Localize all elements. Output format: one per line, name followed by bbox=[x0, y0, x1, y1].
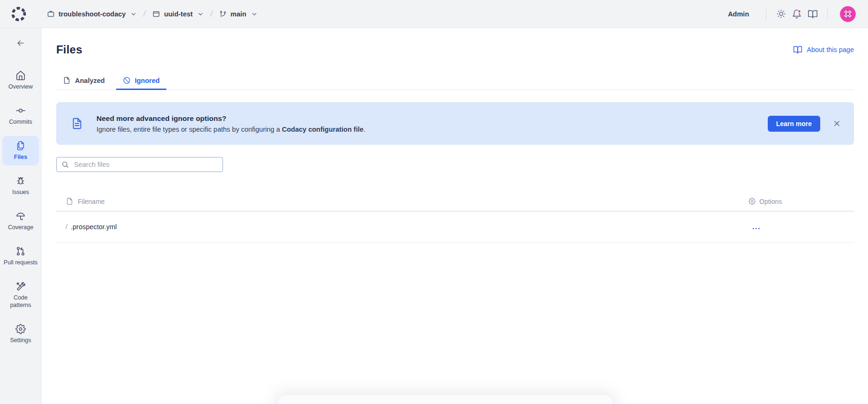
organization-icon bbox=[47, 10, 55, 18]
sidebar-item-label: Coverage bbox=[8, 224, 33, 231]
ignore-options-banner: Need more advanced ignore options? Ignor… bbox=[56, 102, 854, 145]
banner-text: Need more advanced ignore options? Ignor… bbox=[96, 114, 365, 133]
tab-label: Analyzed bbox=[75, 77, 105, 84]
admin-menu[interactable]: Admin bbox=[728, 10, 749, 18]
sidebar-item-coverage[interactable]: Coverage bbox=[2, 206, 39, 236]
chevron-down-icon bbox=[130, 11, 137, 17]
theme-toggle-icon[interactable] bbox=[773, 6, 789, 22]
column-header-options: Options bbox=[749, 198, 854, 205]
banner-description-prefix: Ignore files, entire file types or speci… bbox=[96, 126, 282, 133]
file-icon bbox=[66, 197, 74, 205]
umbrella-icon bbox=[15, 211, 26, 221]
git-branch-icon bbox=[219, 10, 227, 18]
tab-ignored[interactable]: Ignored bbox=[116, 72, 166, 90]
home-icon bbox=[15, 70, 26, 81]
topbar-right: Admin bbox=[728, 6, 868, 22]
repository-name: uuid-test bbox=[164, 10, 193, 18]
about-this-page-link[interactable]: About this page bbox=[793, 45, 854, 54]
row-options-button[interactable]: ... bbox=[749, 224, 764, 230]
banner-title: Need more advanced ignore options? bbox=[96, 114, 365, 123]
sidebar-item-label: Code patterns bbox=[3, 294, 38, 309]
bottom-sheet-shadow bbox=[278, 395, 613, 404]
search-box bbox=[56, 157, 223, 172]
banner-description-suffix: . bbox=[364, 126, 365, 133]
page-header: Files About this page bbox=[56, 42, 854, 57]
tabs: Analyzed Ignored bbox=[56, 72, 854, 90]
organization-name: troubleshoot-codacy bbox=[59, 10, 126, 18]
column-header-label: Filename bbox=[78, 198, 105, 205]
options-cell: ... bbox=[749, 223, 854, 231]
sidebar-item-label: Issues bbox=[12, 188, 29, 196]
banner-description-bold: Codacy configuration file bbox=[282, 126, 364, 133]
topbar: troubleshoot-codacy / uuid-test / main bbox=[0, 0, 868, 28]
codacy-logo-icon[interactable] bbox=[10, 6, 27, 22]
tools-icon bbox=[15, 281, 26, 292]
files-icon bbox=[15, 141, 26, 151]
gear-icon bbox=[15, 324, 26, 334]
chevron-down-icon bbox=[251, 11, 258, 17]
file-icon bbox=[63, 76, 71, 84]
breadcrumb-separator: / bbox=[210, 9, 214, 19]
table-header: Filename Options bbox=[56, 192, 854, 211]
pull-request-icon bbox=[15, 246, 26, 256]
sidebar-item-issues[interactable]: Issues bbox=[2, 171, 39, 201]
path-prefix: / bbox=[66, 223, 67, 231]
sidebar-item-pull-requests[interactable]: Pull requests bbox=[2, 241, 39, 271]
search-input[interactable] bbox=[73, 160, 218, 169]
topbar-divider bbox=[827, 8, 828, 20]
gear-icon bbox=[749, 198, 756, 205]
main-content: Files About this page Analyzed Ignored N… bbox=[42, 28, 868, 404]
sidebar: Overview Commits Files Issues Coverage P… bbox=[0, 28, 42, 404]
sidebar-item-files[interactable]: Files bbox=[2, 136, 39, 165]
table-row: / .prospector.yml ... bbox=[56, 211, 854, 243]
breadcrumb-branch[interactable]: main bbox=[219, 10, 258, 18]
docs-icon[interactable] bbox=[805, 6, 821, 22]
user-avatar[interactable] bbox=[840, 6, 856, 22]
search-icon bbox=[61, 161, 69, 168]
sidebar-item-settings[interactable]: Settings bbox=[2, 319, 39, 349]
sidebar-item-label: Pull requests bbox=[4, 259, 37, 266]
filename-text: .prospector.yml bbox=[71, 223, 117, 231]
sidebar-item-overview[interactable]: Overview bbox=[2, 66, 39, 95]
topbar-divider bbox=[766, 8, 766, 20]
bug-icon bbox=[15, 176, 26, 186]
book-icon bbox=[793, 45, 802, 54]
banner-actions: Learn more bbox=[768, 116, 841, 132]
breadcrumb-repository[interactable]: uuid-test bbox=[152, 10, 204, 18]
notifications-icon[interactable] bbox=[789, 6, 805, 22]
sidebar-item-label: Commits bbox=[9, 118, 32, 126]
sidebar-item-label: Files bbox=[14, 153, 28, 161]
banner-description: Ignore files, entire file types or speci… bbox=[96, 126, 365, 133]
breadcrumb: troubleshoot-codacy / uuid-test / main bbox=[47, 9, 258, 19]
about-this-page-label: About this page bbox=[807, 46, 854, 53]
breadcrumb-separator: / bbox=[143, 9, 147, 19]
branch-name: main bbox=[230, 10, 246, 18]
learn-more-button[interactable]: Learn more bbox=[768, 116, 820, 132]
tab-label: Ignored bbox=[135, 77, 160, 84]
filename-cell: / .prospector.yml bbox=[56, 223, 749, 231]
sidebar-item-label: Settings bbox=[10, 337, 31, 344]
sidebar-item-code-patterns[interactable]: Code patterns bbox=[2, 277, 39, 314]
breadcrumb-organization[interactable]: troubleshoot-codacy bbox=[47, 10, 137, 18]
close-icon[interactable] bbox=[832, 119, 841, 128]
chevron-down-icon bbox=[197, 11, 204, 17]
sidebar-item-label: Overview bbox=[8, 83, 33, 90]
commit-icon bbox=[15, 105, 26, 116]
document-icon bbox=[71, 117, 83, 130]
back-arrow-icon[interactable] bbox=[15, 37, 27, 49]
page-title: Files bbox=[56, 43, 82, 56]
sidebar-item-commits[interactable]: Commits bbox=[2, 101, 39, 130]
ban-icon bbox=[123, 76, 131, 84]
column-header-label: Options bbox=[759, 198, 782, 205]
column-header-filename: Filename bbox=[56, 197, 749, 205]
tab-analyzed[interactable]: Analyzed bbox=[56, 72, 111, 90]
repository-icon bbox=[152, 10, 160, 18]
files-table: Filename Options / .prospector.yml ... bbox=[56, 192, 854, 243]
